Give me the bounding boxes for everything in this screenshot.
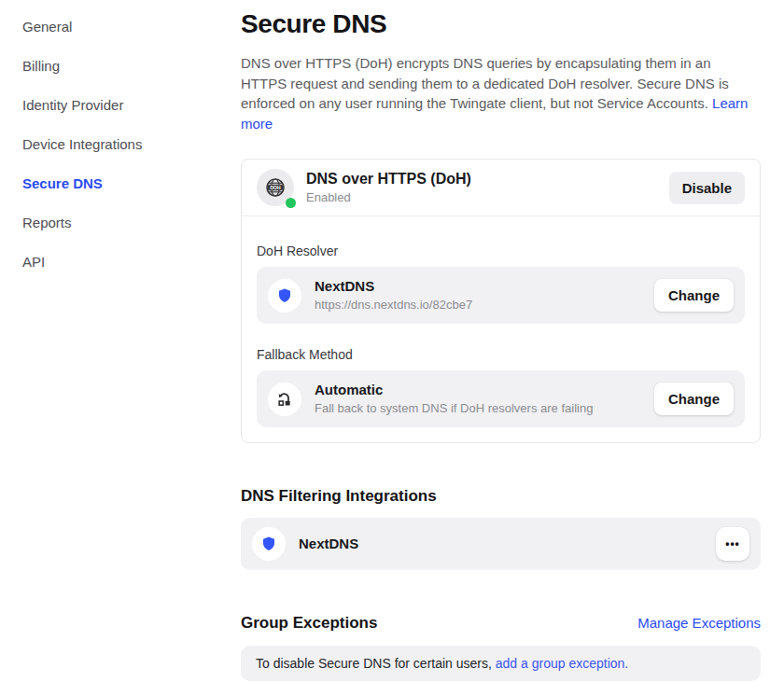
settings-sidebar: General Billing Identity Provider Device… (0, 0, 241, 293)
sidebar-item-identity-provider[interactable]: Identity Provider (22, 97, 218, 114)
disable-button[interactable]: Disable (669, 172, 745, 204)
change-fallback-button[interactable]: Change (654, 383, 734, 415)
shield-icon (275, 286, 294, 305)
doh-status-text: Enabled (306, 190, 471, 205)
svg-text:DOH: DOH (270, 185, 281, 190)
shield-icon (259, 535, 278, 553)
integration-avatar (252, 527, 286, 561)
group-exceptions-header: Group Exceptions Manage Exceptions (241, 613, 761, 633)
doh-card-header-text: DNS over HTTPS (DoH) Enabled (306, 170, 471, 205)
page-title: Secure DNS (241, 7, 761, 41)
secure-dns-settings-page: General Billing Identity Provider Device… (0, 0, 784, 682)
sidebar-item-api[interactable]: API (22, 254, 218, 271)
description-text: DNS over HTTPS (DoH) encrypts DNS querie… (241, 55, 729, 111)
resolver-avatar (268, 279, 301, 313)
sidebar-item-reports[interactable]: Reports (22, 215, 218, 231)
group-exceptions-note: To disable Secure DNS for certain users,… (241, 646, 761, 681)
integration-name: NextDNS (299, 536, 358, 552)
note-text: To disable Secure DNS for certain users, (256, 656, 492, 671)
doh-card-body: DoH Resolver NextDNS https://dns.nextdns… (242, 216, 760, 442)
integration-menu-button[interactable]: ••• (716, 527, 749, 561)
change-resolver-button[interactable]: Change (654, 279, 734, 312)
sidebar-item-secure-dns[interactable]: Secure DNS (22, 175, 218, 192)
fallback-description: Fall back to system DNS if DoH resolvers… (315, 401, 593, 416)
fallback-method-label: Fallback Method (257, 346, 745, 363)
sidebar-item-general[interactable]: General (22, 19, 218, 35)
resolver-name: NextDNS (315, 278, 472, 295)
manage-exceptions-link[interactable]: Manage Exceptions (637, 615, 761, 631)
sidebar-item-device-integrations[interactable]: Device Integrations (22, 136, 218, 153)
doh-resolver-label: DoH Resolver (257, 243, 745, 259)
secure-dns-main: Secure DNS DNS over HTTPS (DoH) encrypts… (241, 0, 761, 681)
page-description: DNS over HTTPS (DoH) encrypts DNS querie… (241, 53, 756, 133)
resolver-url: https://dns.nextdns.io/82cbe7 (315, 298, 472, 313)
doh-card-header: DOH DNS over HTTPS (DoH) Enabled Disable (242, 160, 760, 216)
integration-row-nextdns: NextDNS ••• (241, 518, 761, 570)
enabled-status-dot (286, 198, 296, 208)
group-exceptions-heading: Group Exceptions (241, 613, 377, 633)
fallback-avatar (268, 383, 301, 416)
sidebar-item-billing[interactable]: Billing (22, 58, 218, 75)
doh-resolver-row: NextDNS https://dns.nextdns.io/82cbe7 Ch… (257, 267, 745, 324)
fallback-text: Automatic Fall back to system DNS if DoH… (315, 382, 593, 416)
doh-avatar: DOH (257, 169, 294, 206)
doh-card-title: DNS over HTTPS (DoH) (306, 170, 471, 188)
resolver-text: NextDNS https://dns.nextdns.io/82cbe7 (315, 278, 472, 313)
fallback-method-row: Automatic Fall back to system DNS if DoH… (257, 370, 745, 427)
integrations-heading: DNS Filtering Integrations (241, 486, 761, 507)
rotate-fallback-icon (275, 390, 294, 409)
ellipsis-icon: ••• (725, 537, 740, 550)
add-group-exception-link[interactable]: add a group exception. (496, 656, 628, 671)
doh-card: DOH DNS over HTTPS (DoH) Enabled Disable… (241, 159, 761, 443)
globe-doh-icon: DOH (264, 176, 287, 199)
fallback-name: Automatic (315, 382, 593, 398)
